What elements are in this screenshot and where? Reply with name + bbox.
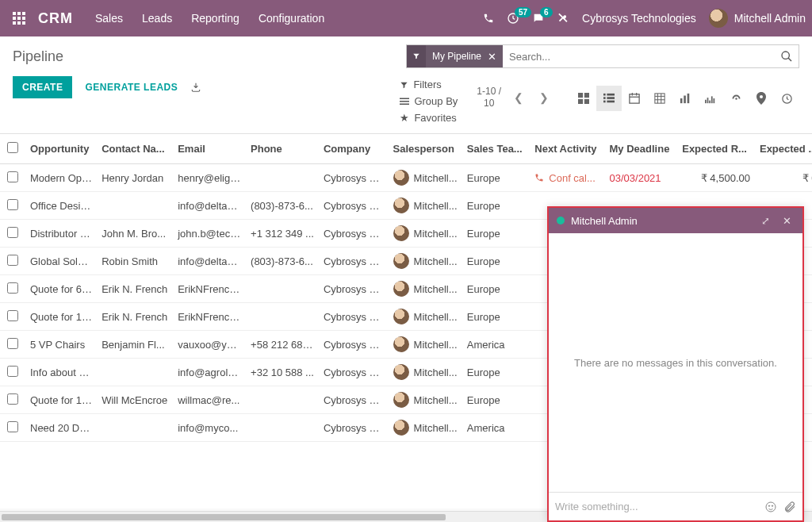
search-icon[interactable] bbox=[775, 50, 799, 63]
dashboard-view-icon[interactable] bbox=[723, 86, 749, 111]
kanban-view-icon[interactable] bbox=[571, 86, 596, 111]
activities-icon[interactable]: 57 bbox=[507, 12, 519, 25]
pivot-view-icon[interactable] bbox=[647, 86, 672, 111]
chat-expand-icon[interactable]: ⤢ bbox=[758, 215, 773, 227]
cell-contact: Will McEncroe bbox=[97, 386, 173, 414]
svg-rect-36 bbox=[688, 94, 690, 103]
cell-opportunity: Quote for 12 ... bbox=[25, 386, 97, 414]
filters-menu[interactable]: Filters bbox=[400, 77, 458, 93]
emoji-icon[interactable] bbox=[764, 501, 777, 513]
graph-view-icon[interactable] bbox=[672, 86, 698, 111]
row-checkbox[interactable] bbox=[7, 338, 18, 349]
calendar-view-icon[interactable] bbox=[622, 86, 647, 111]
pager-prev-icon[interactable]: ❮ bbox=[511, 88, 527, 107]
activity-view-icon[interactable] bbox=[774, 86, 799, 111]
cell-phone bbox=[246, 303, 319, 331]
apps-icon[interactable] bbox=[6, 6, 32, 31]
cell-salesperson: Mitchell... bbox=[389, 331, 462, 359]
svg-rect-4 bbox=[17, 17, 21, 20]
attachment-icon[interactable] bbox=[783, 501, 796, 513]
cell-team: Europe bbox=[462, 164, 530, 192]
view-switcher bbox=[571, 86, 799, 111]
svg-rect-7 bbox=[17, 21, 21, 25]
cell-salesperson: Mitchell... bbox=[389, 164, 462, 192]
col-next-activity[interactable]: Next Activity bbox=[530, 134, 604, 164]
cell-deadline: 03/03/2021 bbox=[605, 164, 678, 192]
activities-badge: 57 bbox=[515, 7, 531, 17]
cell-opportunity: Global Soluti... bbox=[25, 248, 97, 275]
col-contact[interactable]: Contact Na... bbox=[97, 134, 173, 164]
col-company[interactable]: Company bbox=[319, 134, 389, 164]
cell-next-activity[interactable]: Conf cal... bbox=[530, 164, 604, 192]
cohort-view-icon[interactable] bbox=[698, 86, 723, 111]
row-checkbox[interactable] bbox=[7, 199, 18, 210]
cell-company: Cybrosys Te... bbox=[319, 192, 389, 220]
avatar-icon bbox=[393, 420, 409, 436]
svg-rect-12 bbox=[400, 98, 409, 100]
svg-rect-18 bbox=[584, 99, 589, 104]
messages-icon[interactable]: 6 bbox=[532, 12, 545, 25]
col-email[interactable]: Email bbox=[173, 134, 246, 164]
col-opportunity[interactable]: Opportunity bbox=[25, 134, 97, 164]
pager-next-icon[interactable]: ❯ bbox=[536, 88, 552, 107]
generate-leads-button[interactable]: GENERATE LEADS bbox=[85, 82, 178, 93]
svg-rect-1 bbox=[17, 12, 21, 15]
chat-header[interactable]: Mitchell Admin ⤢ ✕ bbox=[549, 208, 802, 233]
menu-leads[interactable]: Leads bbox=[134, 7, 180, 29]
row-checkbox[interactable] bbox=[7, 227, 18, 238]
import-icon[interactable] bbox=[190, 82, 201, 93]
cell-salesperson: Mitchell... bbox=[389, 275, 462, 303]
chat-close-icon[interactable]: ✕ bbox=[779, 215, 795, 227]
pager-count[interactable]: 1-10 / 10 bbox=[477, 86, 501, 109]
svg-rect-2 bbox=[22, 12, 25, 15]
facet-label: My Pipeline bbox=[426, 51, 486, 62]
row-checkbox[interactable] bbox=[7, 421, 18, 432]
svg-rect-15 bbox=[578, 93, 583, 98]
cell-company: Cybrosys Te... bbox=[319, 359, 389, 386]
menu-sales[interactable]: Sales bbox=[87, 7, 131, 29]
avatar-icon bbox=[393, 309, 409, 324]
row-checkbox[interactable] bbox=[7, 255, 18, 266]
cell-team: Europe bbox=[462, 220, 530, 248]
cell-team: America bbox=[462, 414, 530, 442]
main-menu: Sales Leads Reporting Configuration bbox=[87, 7, 332, 29]
col-expected-rev[interactable]: Expected R... bbox=[677, 134, 755, 164]
select-all-checkbox[interactable] bbox=[7, 142, 18, 153]
user-menu[interactable]: Mitchell Admin bbox=[709, 9, 806, 28]
cell-company: Cybrosys Te... bbox=[319, 331, 389, 359]
brand-title[interactable]: CRM bbox=[38, 10, 73, 27]
tools-icon[interactable] bbox=[557, 13, 569, 25]
row-checkbox[interactable] bbox=[7, 310, 18, 321]
row-checkbox[interactable] bbox=[7, 393, 18, 405]
row-checkbox[interactable] bbox=[7, 282, 18, 294]
create-button[interactable]: CREATE bbox=[13, 76, 72, 98]
row-checkbox[interactable] bbox=[7, 171, 18, 182]
groupby-menu[interactable]: Group By bbox=[400, 94, 458, 109]
search-facet: My Pipeline ✕ bbox=[407, 45, 503, 67]
cell-phone: +58 212 681... bbox=[246, 331, 319, 359]
col-expected2[interactable]: Expected ... bbox=[755, 134, 812, 164]
search-input[interactable] bbox=[503, 51, 775, 63]
row-checkbox[interactable] bbox=[7, 366, 18, 377]
cell-salesperson: Mitchell... bbox=[389, 303, 462, 331]
map-view-icon[interactable] bbox=[749, 86, 774, 111]
col-team[interactable]: Sales Tea... bbox=[462, 134, 530, 164]
phone-icon[interactable] bbox=[483, 13, 494, 24]
table-row[interactable]: Modern Ope...Henry Jordanhenry@eligh...C… bbox=[0, 164, 812, 192]
svg-rect-20 bbox=[607, 94, 615, 96]
company-switcher[interactable]: Cybrosys Technologies bbox=[582, 12, 696, 25]
col-deadline[interactable]: My Deadline bbox=[605, 134, 678, 164]
col-phone[interactable]: Phone bbox=[246, 134, 319, 164]
menu-reporting[interactable]: Reporting bbox=[183, 7, 247, 29]
avatar-icon bbox=[393, 225, 409, 241]
cell-contact: John M. Bro... bbox=[97, 220, 173, 248]
svg-rect-22 bbox=[607, 97, 615, 99]
col-salesperson[interactable]: Salesperson bbox=[389, 134, 462, 164]
menu-configuration[interactable]: Configuration bbox=[251, 7, 332, 29]
cell-contact bbox=[97, 414, 173, 442]
facet-remove-icon[interactable]: ✕ bbox=[486, 51, 503, 63]
chat-input[interactable] bbox=[555, 501, 758, 512]
favorites-menu[interactable]: ★ Favorites bbox=[400, 110, 458, 126]
list-view-icon[interactable] bbox=[596, 86, 622, 111]
cell-opportunity: Distributor C... bbox=[25, 220, 97, 248]
